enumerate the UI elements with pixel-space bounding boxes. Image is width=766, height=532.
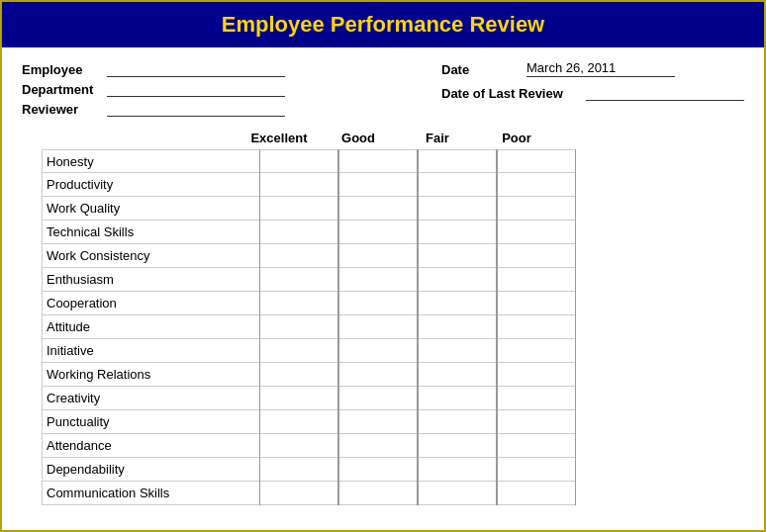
- criteria-item: Communication Skills: [42, 482, 259, 505]
- rating-cell[interactable]: [419, 197, 496, 221]
- rating-cell[interactable]: [260, 434, 337, 458]
- title-bar: Employee Performance Review: [2, 2, 764, 47]
- criteria-item: Technical Skills: [42, 221, 259, 244]
- rating-cell[interactable]: [419, 149, 496, 173]
- rating-cell[interactable]: [498, 197, 575, 221]
- date-last-review-input[interactable]: [586, 85, 744, 101]
- criteria-item: Honesty: [42, 149, 259, 173]
- rating-cell[interactable]: [260, 339, 337, 363]
- form-area: Employee Department Reviewer Date March …: [2, 47, 764, 131]
- rating-col-1: [338, 149, 418, 505]
- page-title: Employee Performance Review: [222, 12, 544, 37]
- rating-cell[interactable]: [339, 482, 417, 505]
- rating-cell[interactable]: [419, 458, 496, 482]
- rating-cell[interactable]: [339, 221, 417, 244]
- date-last-review-label: Date of Last Review: [441, 86, 580, 101]
- employee-field-line: Employee: [22, 61, 285, 77]
- rating-cell[interactable]: [419, 315, 496, 339]
- rating-cell[interactable]: [260, 221, 337, 244]
- criteria-col: HonestyProductivityWork QualityTechnical…: [42, 149, 259, 505]
- rating-cell[interactable]: [339, 363, 417, 387]
- criteria-item: Attendance: [42, 434, 259, 458]
- rating-cell[interactable]: [419, 268, 496, 292]
- rating-cell[interactable]: [419, 244, 496, 268]
- rating-cell[interactable]: [419, 173, 496, 197]
- employee-input[interactable]: [107, 61, 285, 77]
- rating-cell[interactable]: [339, 149, 417, 173]
- rating-cell[interactable]: [260, 363, 337, 387]
- criteria-item: Creativity: [42, 387, 259, 410]
- rating-col-2: [418, 149, 497, 505]
- rating-cell[interactable]: [339, 268, 417, 292]
- criteria-item: Cooperation: [42, 292, 259, 315]
- rating-cell[interactable]: [260, 197, 337, 221]
- rating-cell[interactable]: [498, 387, 575, 410]
- ratings-header: Excellent Good Fair Poor: [239, 131, 744, 145]
- rating-cell[interactable]: [498, 221, 575, 244]
- date-line: Date March 26, 2011: [441, 61, 675, 77]
- rating-cell[interactable]: [498, 339, 575, 363]
- rating-cell[interactable]: [419, 221, 496, 244]
- rating-cell[interactable]: [260, 244, 337, 268]
- rating-cell[interactable]: [498, 315, 575, 339]
- rating-cell[interactable]: [498, 434, 575, 458]
- department-input[interactable]: [107, 81, 285, 97]
- rating-cell[interactable]: [339, 173, 417, 197]
- rating-cell[interactable]: [339, 410, 417, 434]
- criteria-item: Productivity: [42, 173, 259, 197]
- criteria-item: Initiative: [42, 339, 259, 363]
- rating-cell[interactable]: [419, 434, 496, 458]
- rating-cell[interactable]: [498, 268, 575, 292]
- rating-cell[interactable]: [498, 173, 575, 197]
- rating-cell[interactable]: [260, 149, 337, 173]
- rating-cell[interactable]: [498, 244, 575, 268]
- criteria-item: Working Relations: [42, 363, 259, 387]
- rating-cell[interactable]: [260, 387, 337, 410]
- rating-cell[interactable]: [260, 173, 337, 197]
- date-last-review-line: Date of Last Review: [441, 85, 744, 101]
- rating-cell[interactable]: [498, 410, 575, 434]
- rating-cell[interactable]: [498, 292, 575, 315]
- ratings-cols: [259, 149, 724, 505]
- header-excellent: Excellent: [239, 131, 319, 145]
- rating-cell[interactable]: [260, 292, 337, 315]
- rating-cell[interactable]: [339, 292, 417, 315]
- criteria-item: Punctuality: [42, 410, 259, 434]
- rating-cell[interactable]: [419, 292, 496, 315]
- rating-cell[interactable]: [260, 458, 337, 482]
- rating-cell[interactable]: [260, 482, 337, 505]
- rating-cell[interactable]: [419, 482, 496, 505]
- ratings-section: Excellent Good Fair Poor HonestyProducti…: [2, 131, 764, 515]
- rating-cell[interactable]: [339, 434, 417, 458]
- rating-cell[interactable]: [339, 387, 417, 410]
- rating-col-3: [497, 149, 576, 505]
- criteria-item: Work Consistency: [42, 244, 259, 268]
- rating-cell[interactable]: [498, 458, 575, 482]
- department-field-line: Department: [22, 81, 285, 97]
- reviewer-input[interactable]: [107, 101, 285, 117]
- criteria-item: Enthusiasm: [42, 268, 259, 292]
- rating-cell[interactable]: [419, 339, 496, 363]
- rating-cell[interactable]: [339, 244, 417, 268]
- criteria-item: Dependability: [42, 458, 259, 482]
- rating-cell[interactable]: [498, 149, 575, 173]
- rating-col-0: [259, 149, 338, 505]
- rating-cell[interactable]: [498, 482, 575, 505]
- rating-cell[interactable]: [419, 387, 496, 410]
- reviewer-field-line: Reviewer: [22, 101, 285, 117]
- rating-cell[interactable]: [419, 363, 496, 387]
- header-poor: Poor: [477, 131, 556, 145]
- rating-cell[interactable]: [260, 315, 337, 339]
- rating-cell[interactable]: [260, 268, 337, 292]
- criteria-item: Attitude: [42, 315, 259, 339]
- page-container: Employee Performance Review Employee Dep…: [0, 0, 766, 532]
- rating-cell[interactable]: [339, 315, 417, 339]
- rating-cell[interactable]: [339, 458, 417, 482]
- rating-cell[interactable]: [339, 339, 417, 363]
- rating-cell[interactable]: [260, 410, 337, 434]
- rating-cell[interactable]: [339, 197, 417, 221]
- employee-label: Employee: [22, 62, 101, 77]
- rating-cell[interactable]: [419, 410, 496, 434]
- rating-cell[interactable]: [498, 363, 575, 387]
- criteria-item: Work Quality: [42, 197, 259, 221]
